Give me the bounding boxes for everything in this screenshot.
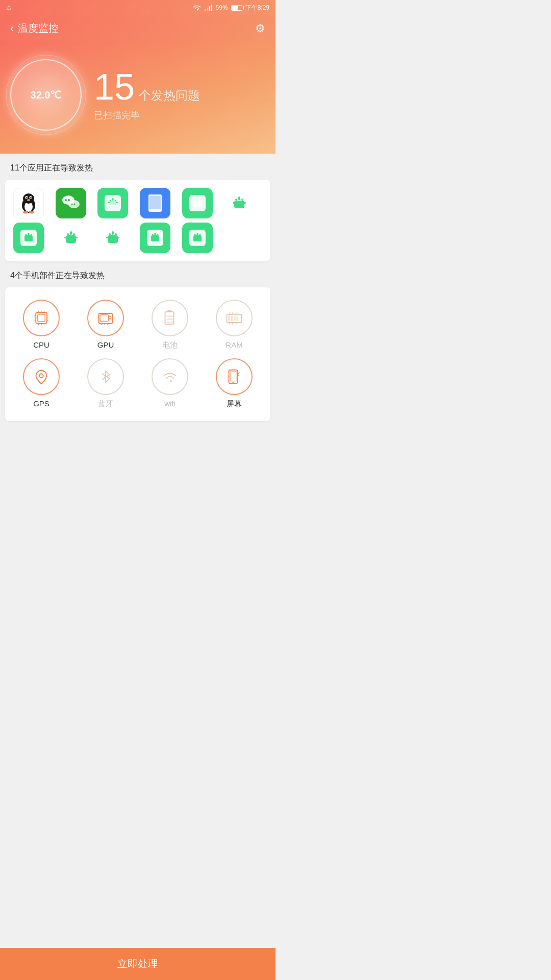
signal-icon bbox=[205, 4, 213, 11]
svg-point-113 bbox=[39, 374, 43, 378]
svg-point-37 bbox=[194, 200, 195, 201]
svg-point-28 bbox=[115, 200, 116, 202]
svg-point-17 bbox=[29, 211, 34, 214]
back-arrow-icon: ‹ bbox=[10, 22, 14, 35]
android-icon-3 bbox=[227, 190, 252, 216]
svg-rect-99 bbox=[166, 322, 172, 323]
svg-rect-0 bbox=[205, 9, 206, 11]
ram-icon bbox=[225, 309, 243, 327]
temp-value: 32.0℃ bbox=[31, 89, 62, 101]
svg-rect-104 bbox=[237, 316, 239, 321]
cpu-circle bbox=[23, 300, 60, 336]
svg-rect-29 bbox=[112, 198, 114, 201]
svg-point-70 bbox=[194, 234, 195, 236]
svg-rect-2 bbox=[209, 6, 210, 11]
cpu-label: CPU bbox=[33, 340, 49, 349]
svg-point-34 bbox=[154, 210, 156, 211]
settings-button[interactable]: ⚙ bbox=[255, 22, 265, 35]
svg-point-48 bbox=[26, 234, 27, 236]
component-gps[interactable]: GPS bbox=[13, 358, 69, 409]
issue-count: 15 个发热问题 bbox=[94, 68, 200, 105]
cpu-icon bbox=[32, 309, 51, 327]
svg-line-115 bbox=[102, 377, 106, 380]
svg-rect-3 bbox=[211, 5, 212, 11]
svg-rect-56 bbox=[75, 237, 78, 238]
svg-rect-72 bbox=[196, 233, 198, 235]
android-icon-5 bbox=[58, 225, 84, 251]
component-bluetooth[interactable]: 蓝牙 bbox=[78, 358, 134, 409]
component-wifi[interactable]: wifi bbox=[142, 358, 198, 409]
component-section-title: 4个手机部件正在导致发热 bbox=[0, 261, 276, 287]
qq-logo bbox=[15, 190, 42, 216]
app-icon-android2[interactable] bbox=[182, 188, 213, 218]
page-title: 温度监控 bbox=[18, 21, 59, 35]
app-icon-android1[interactable] bbox=[97, 188, 128, 218]
svg-rect-43 bbox=[238, 197, 240, 200]
svg-rect-51 bbox=[66, 235, 76, 243]
wifi-icon bbox=[161, 368, 179, 386]
warning-icon: ⚠ bbox=[6, 4, 12, 11]
app-icon-android5[interactable] bbox=[56, 223, 86, 253]
app-grid bbox=[13, 188, 262, 253]
battery-icon bbox=[231, 5, 242, 11]
svg-rect-103 bbox=[234, 316, 236, 321]
svg-point-53 bbox=[73, 233, 75, 235]
svg-rect-96 bbox=[167, 310, 171, 312]
svg-point-71 bbox=[199, 234, 201, 236]
component-cpu[interactable]: CPU bbox=[13, 300, 69, 350]
app-icon-qq[interactable] bbox=[13, 188, 44, 218]
svg-rect-91 bbox=[109, 318, 111, 320]
component-gpu[interactable]: GPU bbox=[78, 300, 134, 350]
app-icon-tablet[interactable] bbox=[140, 188, 170, 218]
svg-point-41 bbox=[235, 199, 237, 201]
svg-rect-64 bbox=[151, 235, 159, 241]
back-button[interactable]: ‹ 温度监控 bbox=[10, 21, 59, 35]
android-icon-2 bbox=[188, 193, 207, 213]
app-icon-android8[interactable] bbox=[182, 223, 213, 253]
svg-point-19 bbox=[65, 199, 67, 201]
svg-point-118 bbox=[233, 382, 234, 383]
svg-rect-54 bbox=[70, 231, 72, 235]
svg-rect-39 bbox=[196, 198, 198, 201]
app-icon-wechat[interactable] bbox=[56, 188, 86, 218]
svg-rect-33 bbox=[149, 196, 161, 209]
svg-point-14 bbox=[30, 197, 32, 199]
app-icon-android6[interactable] bbox=[97, 223, 128, 253]
svg-point-38 bbox=[199, 200, 201, 201]
android-icon-4 bbox=[19, 228, 38, 248]
app-icon-android3[interactable] bbox=[224, 188, 255, 218]
svg-rect-60 bbox=[112, 231, 114, 235]
app-icon-android7[interactable] bbox=[140, 223, 170, 253]
component-battery[interactable]: 电池 bbox=[142, 300, 198, 350]
app-icon-android4[interactable] bbox=[13, 223, 44, 253]
svg-rect-67 bbox=[154, 233, 156, 235]
wechat-logo bbox=[61, 193, 81, 213]
android-icon-8 bbox=[188, 228, 207, 248]
svg-rect-26 bbox=[110, 201, 116, 205]
component-ram[interactable]: RAM bbox=[206, 300, 262, 350]
svg-point-23 bbox=[73, 204, 75, 205]
svg-point-10 bbox=[23, 193, 34, 204]
svg-point-20 bbox=[68, 199, 70, 201]
issue-label: 个发热问题 bbox=[139, 87, 200, 104]
svg-point-16 bbox=[23, 211, 28, 214]
svg-point-58 bbox=[109, 233, 111, 235]
svg-rect-74 bbox=[38, 314, 45, 322]
scan-status: 已扫描完毕 bbox=[94, 109, 200, 121]
svg-rect-31 bbox=[116, 202, 118, 203]
svg-rect-45 bbox=[243, 202, 246, 204]
svg-point-49 bbox=[31, 234, 32, 236]
wifi-status-icon bbox=[192, 4, 202, 11]
ram-label: RAM bbox=[226, 340, 242, 349]
svg-line-114 bbox=[102, 373, 106, 377]
main-content: 11个应用正在导致发热 bbox=[0, 154, 276, 457]
svg-rect-61 bbox=[106, 237, 109, 238]
temperature-display: for(let i=0;i<60;i++){ let angle = i*6; … bbox=[10, 59, 82, 131]
svg-point-22 bbox=[71, 204, 72, 205]
battery-circle bbox=[152, 300, 188, 336]
svg-point-15 bbox=[27, 199, 30, 201]
svg-rect-47 bbox=[24, 235, 33, 241]
wifi-label: wifi bbox=[164, 399, 176, 408]
wifi-circle bbox=[152, 358, 188, 395]
component-screen[interactable]: 屏幕 bbox=[206, 358, 262, 409]
